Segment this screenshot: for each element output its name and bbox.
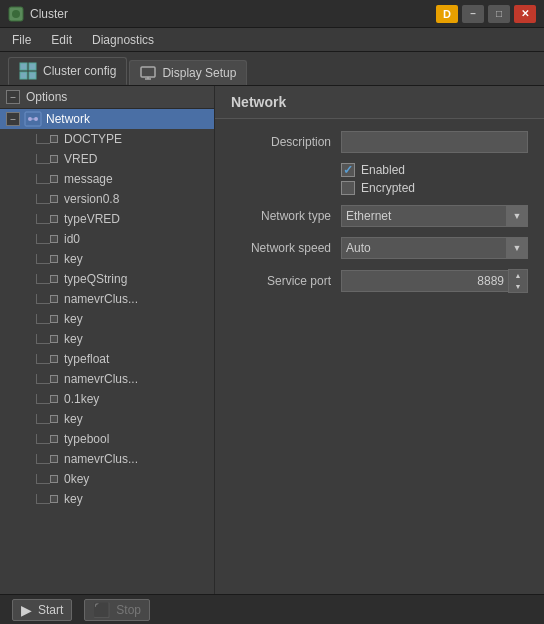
description-label: Description — [231, 135, 331, 149]
description-input[interactable] — [341, 131, 528, 153]
tree-container[interactable]: – Network DOCTYPE VRED message — [0, 109, 214, 594]
tree-item-namevrclusB[interactable]: namevrClus... — [0, 369, 214, 389]
stop-button[interactable]: ⬛ Stop — [84, 599, 150, 621]
tree-item-key01[interactable]: 0.1key — [0, 389, 214, 409]
service-port-spinner: ▲ ▼ — [341, 269, 528, 293]
svg-rect-2 — [20, 63, 27, 70]
network-type-select[interactable]: Ethernet InfiniBand TCP/IP — [341, 205, 528, 227]
tree-item-namevrclusC[interactable]: namevrClus... — [0, 449, 214, 469]
tree-item-vred[interactable]: VRED — [0, 149, 214, 169]
network-type-select-wrapper: Ethernet InfiniBand TCP/IP ▼ — [341, 205, 528, 227]
tabbar: Cluster config Display Setup — [0, 52, 544, 86]
bottombar: ▶ Start ⬛ Stop — [0, 594, 544, 624]
tab-display-setup[interactable]: Display Setup — [129, 60, 247, 85]
encrypted-checkbox[interactable] — [341, 181, 355, 195]
encrypted-label: Encrypted — [361, 181, 415, 195]
network-node-icon — [24, 111, 42, 127]
tree-item-network[interactable]: – Network — [0, 109, 214, 129]
svg-rect-5 — [29, 72, 36, 79]
spinner-down-button[interactable]: ▼ — [509, 281, 527, 292]
right-panel: Network Description ✓ Enabled — [215, 86, 544, 594]
network-type-label: Network type — [231, 209, 331, 223]
stop-icon: ⬛ — [93, 602, 110, 618]
start-icon: ▶ — [21, 602, 32, 618]
tree-item-typeqstring[interactable]: typeQString — [0, 269, 214, 289]
service-port-value: ▲ ▼ — [341, 269, 528, 293]
tree-item-0key[interactable]: 0key — [0, 469, 214, 489]
cluster-icon — [19, 62, 37, 80]
network-type-value: Ethernet InfiniBand TCP/IP ▼ — [341, 205, 528, 227]
network-speed-value: Auto 1 Gbps 10 Gbps ▼ — [341, 237, 528, 259]
tree-item-key3[interactable]: key — [0, 329, 214, 349]
display-icon — [140, 65, 156, 81]
options-header: – Options — [0, 86, 214, 109]
service-port-input[interactable] — [341, 270, 508, 292]
tree-item-id0[interactable]: id0 — [0, 229, 214, 249]
network-speed-select[interactable]: Auto 1 Gbps 10 Gbps — [341, 237, 528, 259]
svg-point-10 — [28, 117, 32, 121]
start-button[interactable]: ▶ Start — [12, 599, 72, 621]
svg-rect-6 — [141, 67, 155, 77]
enabled-checkbox-item[interactable]: ✓ Enabled — [341, 163, 528, 177]
svg-point-11 — [34, 117, 38, 121]
network-speed-select-wrapper: Auto 1 Gbps 10 Gbps ▼ — [341, 237, 528, 259]
enabled-checkmark: ✓ — [343, 163, 353, 177]
network-type-row: Network type Ethernet InfiniBand TCP/IP … — [231, 205, 528, 227]
main-area: – Options – Network DOCTYPE — [0, 86, 544, 594]
tree-item-typevred[interactable]: typeVRED — [0, 209, 214, 229]
options-label: Options — [26, 90, 67, 104]
service-port-label: Service port — [231, 274, 331, 288]
enabled-checkbox[interactable]: ✓ — [341, 163, 355, 177]
tree-item-message[interactable]: message — [0, 169, 214, 189]
minimize-button[interactable]: – — [462, 5, 484, 23]
tab-display-setup-label: Display Setup — [162, 66, 236, 80]
form-area: Description ✓ Enabled — [215, 119, 544, 315]
tree-item-namevrclusA[interactable]: namevrClus... — [0, 289, 214, 309]
tree-item-key5[interactable]: key — [0, 489, 214, 509]
tab-cluster-config-label: Cluster config — [43, 64, 116, 78]
svg-rect-4 — [20, 72, 27, 79]
tree-item-doctype[interactable]: DOCTYPE — [0, 129, 214, 149]
left-panel: – Options – Network DOCTYPE — [0, 86, 215, 594]
tree-item-key2[interactable]: key — [0, 309, 214, 329]
service-port-row: Service port ▲ ▼ — [231, 269, 528, 293]
expand-icon[interactable]: – — [6, 112, 20, 126]
maximize-button[interactable]: □ — [488, 5, 510, 23]
stop-label: Stop — [116, 603, 141, 617]
menu-file[interactable]: File — [8, 31, 35, 49]
menu-diagnostics[interactable]: Diagnostics — [88, 31, 158, 49]
debug-button[interactable]: D — [436, 5, 458, 23]
menu-edit[interactable]: Edit — [47, 31, 76, 49]
close-button[interactable]: ✕ — [514, 5, 536, 23]
description-row: Description — [231, 131, 528, 153]
checkboxes-row: ✓ Enabled Encrypted — [231, 163, 528, 195]
encrypted-checkbox-item[interactable]: Encrypted — [341, 181, 528, 195]
svg-rect-3 — [29, 63, 36, 70]
svg-point-1 — [12, 10, 20, 18]
app-icon — [8, 6, 24, 22]
tree-item-key1[interactable]: key — [0, 249, 214, 269]
right-panel-title: Network — [215, 86, 544, 119]
tree-item-typefloat[interactable]: typefloat — [0, 349, 214, 369]
window-title: Cluster — [30, 7, 436, 21]
start-label: Start — [38, 603, 63, 617]
description-value[interactable] — [341, 131, 528, 153]
menubar: File Edit Diagnostics — [0, 28, 544, 52]
tree-item-typebool[interactable]: typebool — [0, 429, 214, 449]
window-controls: D – □ ✕ — [436, 5, 536, 23]
tree-item-key4[interactable]: key — [0, 409, 214, 429]
spinner-buttons: ▲ ▼ — [508, 269, 528, 293]
checkboxes-area: ✓ Enabled Encrypted — [341, 163, 528, 195]
collapse-button[interactable]: – — [6, 90, 20, 104]
spinner-up-button[interactable]: ▲ — [509, 270, 527, 281]
titlebar: Cluster D – □ ✕ — [0, 0, 544, 28]
network-speed-label: Network speed — [231, 241, 331, 255]
network-speed-row: Network speed Auto 1 Gbps 10 Gbps ▼ — [231, 237, 528, 259]
tree-item-version08[interactable]: version0.8 — [0, 189, 214, 209]
tab-cluster-config[interactable]: Cluster config — [8, 57, 127, 85]
enabled-label: Enabled — [361, 163, 405, 177]
tree-item-network-label: Network — [46, 112, 90, 126]
